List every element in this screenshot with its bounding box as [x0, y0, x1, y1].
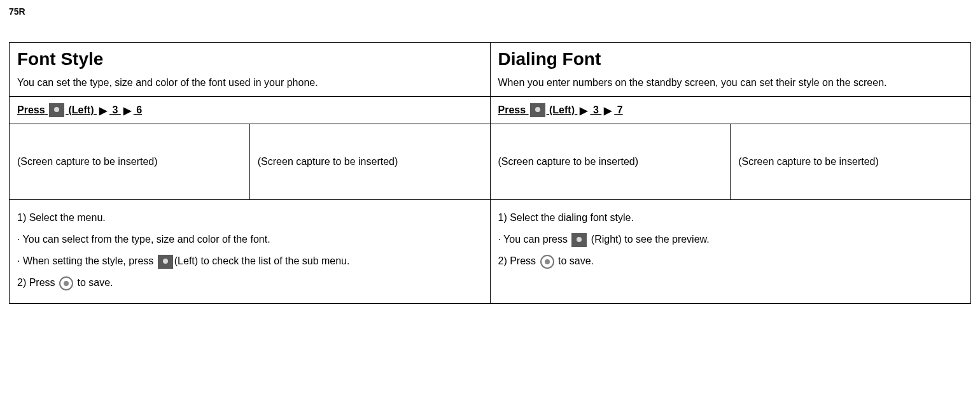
steps-left: 1) Select the menu. · You can select fro…	[10, 200, 491, 304]
nav-path-right: Press (Left) ▶ 3 ▶ 7	[490, 97, 971, 124]
nav-6: 6	[134, 104, 142, 115]
arrow-icon: ▶	[580, 104, 587, 117]
step-text-post: (Left) to check the list of the sub menu…	[174, 255, 350, 266]
nav-3: 3	[109, 104, 121, 115]
ok-key-icon	[59, 276, 73, 290]
step-text: · You can select from the type, size and…	[17, 232, 482, 247]
step-text-pre: · You can press	[498, 234, 571, 245]
table-row: (Screen capture to be inserted) (Screen …	[10, 124, 971, 200]
step-text: 2) Press to save.	[17, 275, 482, 290]
step-text: 2) Press to save.	[498, 254, 963, 269]
section-desc: You can set the type, size and color of …	[17, 76, 482, 90]
nav-3: 3	[590, 104, 601, 115]
step-text-post: to save.	[556, 255, 594, 266]
step-text: 1) Select the dialing font style.	[498, 210, 963, 225]
step-text-pre: 2) Press	[498, 255, 539, 266]
nav-left-label: (Left)	[549, 104, 577, 115]
step-text-post: to save.	[74, 277, 113, 288]
manual-table: Font Style You can set the type, size an…	[9, 42, 971, 304]
nav-key-icon	[49, 103, 64, 117]
table-row: Press (Left) ▶ 3 ▶ 6 Press (Left) ▶ 3 ▶ …	[10, 97, 971, 124]
nav-key-icon	[158, 255, 173, 269]
screenshot-placeholder: (Screen capture to be inserted)	[490, 124, 731, 200]
arrow-icon: ▶	[123, 104, 131, 117]
step-text: · You can press (Right) to see the previ…	[498, 232, 963, 247]
steps-right: 1) Select the dialing font style. · You …	[490, 200, 971, 304]
nav-prefix: Press	[17, 104, 45, 115]
table-row: Font Style You can set the type, size an…	[10, 43, 971, 97]
nav-path-left: Press (Left) ▶ 3 ▶ 6	[10, 97, 491, 124]
table-row: 1) Select the menu. · You can select fro…	[10, 200, 971, 304]
screenshot-placeholder: (Screen capture to be inserted)	[10, 124, 250, 200]
nav-key-icon	[530, 103, 545, 117]
step-text-pre: 2) Press	[17, 277, 58, 288]
step-text-pre: · When setting the style, press	[17, 255, 157, 266]
section-title: Dialing Font	[498, 49, 963, 69]
page-code: 75R	[9, 6, 971, 17]
arrow-icon: ▶	[604, 104, 612, 117]
arrow-icon: ▶	[99, 104, 107, 117]
section-desc: When you enter numbers on the standby sc…	[498, 76, 963, 90]
step-text: · When setting the style, press (Left) t…	[17, 254, 482, 269]
section-header-right: Dialing Font When you enter numbers on t…	[490, 43, 971, 97]
step-text: 1) Select the menu.	[17, 210, 482, 225]
screenshot-placeholder: (Screen capture to be inserted)	[731, 124, 971, 200]
nav-key-icon	[571, 233, 587, 247]
section-title: Font Style	[17, 49, 482, 69]
ok-key-icon	[540, 255, 554, 269]
nav-7: 7	[614, 104, 622, 115]
step-text-post: (Right) to see the preview.	[588, 234, 709, 245]
nav-prefix: Press	[498, 104, 526, 115]
screenshot-placeholder: (Screen capture to be inserted)	[249, 124, 490, 200]
section-header-left: Font Style You can set the type, size an…	[10, 43, 491, 97]
nav-left-label: (Left)	[69, 104, 97, 115]
